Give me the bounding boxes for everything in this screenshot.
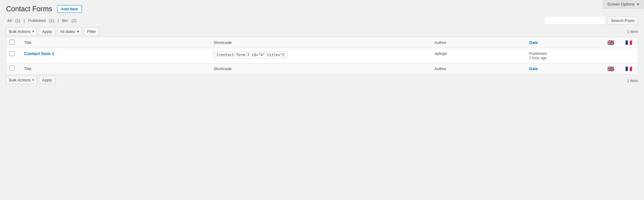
col-header-flag-fr: 🇫🇷 (620, 37, 638, 48)
top-nav-area: All (1) | Published (1) | Bin (2) Search… (6, 16, 638, 25)
date-status: Published (529, 51, 599, 56)
flag-fr-icon: 🇫🇷 (625, 40, 632, 45)
search-area: Search Posts (544, 16, 638, 25)
col-footer-flag-fr: 🇫🇷 (620, 63, 638, 74)
bottom-apply-button[interactable]: Apply (39, 76, 56, 84)
select-all-checkbox-bottom[interactable] (9, 66, 14, 71)
screen-options-button[interactable]: Screen Options ▼ (603, 0, 644, 9)
col-header-date-link[interactable]: Date (529, 40, 538, 45)
flag-fr-footer-icon: 🇫🇷 (625, 66, 632, 71)
posts-table: Title Shortcode Author Date 🇬🇧 🇫🇷 (6, 37, 638, 74)
bulk-actions-arrow-icon: ▾ (32, 30, 34, 34)
search-posts-button[interactable]: Search Posts (608, 16, 638, 25)
col-header-title: Title (21, 37, 210, 48)
col-header-author: Author (431, 37, 526, 48)
screen-options-arrow-icon: ▼ (636, 2, 640, 6)
bulk-actions-dropdown[interactable]: Bulk Actions ▾ (6, 27, 37, 36)
row-flag-en (602, 48, 620, 63)
post-title-link[interactable]: Contact form 1 (24, 51, 54, 56)
col-header-shortcode: Shortcode (210, 37, 431, 48)
filter-button[interactable]: Filter (84, 27, 99, 36)
col-footer-date-link[interactable]: Date (529, 66, 538, 71)
filter-all-link[interactable]: All (1) (6, 18, 23, 23)
date-filter-arrow-icon: ▾ (77, 29, 79, 34)
col-footer-shortcode: Shortcode (210, 63, 431, 74)
flag-uk-icon: 🇬🇧 (607, 40, 614, 45)
screen-options-label: Screen Options (607, 2, 635, 6)
shortcode-value: [contact-form-7 id="4" title="C (214, 51, 287, 59)
page-header: Contact Forms Add New (6, 5, 638, 13)
bottom-bulk-actions-label: Bulk Actions (9, 78, 31, 82)
bottom-item-count: 1 item (627, 78, 638, 83)
bottom-toolbar: Bulk Actions ▾ Apply 1 item (6, 76, 638, 85)
search-input[interactable] (544, 16, 605, 25)
bottom-toolbar-left: Bulk Actions ▾ Apply (6, 76, 55, 84)
filter-links: All (1) | Published (1) | Bin (2) (6, 18, 78, 23)
select-all-checkbox-top[interactable] (9, 40, 14, 45)
page-title: Contact Forms (6, 5, 52, 13)
author-value: syllogic (431, 48, 526, 63)
add-new-button[interactable]: Add New (57, 5, 82, 13)
row-flag-fr (620, 48, 638, 63)
top-item-count: 1 item (627, 27, 638, 36)
col-footer-author: Author (431, 63, 526, 74)
filter-published-link[interactable]: Published (1) (27, 18, 57, 23)
date-filter-label: All dates (60, 29, 75, 34)
date-filter-dropdown[interactable]: All dates ▾ (57, 27, 82, 36)
top-apply-button[interactable]: Apply (39, 27, 56, 36)
col-header-flag-en: 🇬🇧 (602, 37, 620, 48)
bottom-bulk-actions-arrow-icon: ▾ (32, 78, 34, 82)
bottom-bulk-actions-dropdown[interactable]: Bulk Actions ▾ (6, 76, 37, 84)
col-footer-title: Title (21, 63, 210, 74)
col-footer-flag-en: 🇬🇧 (602, 63, 620, 74)
table-row: Contact form 1 [contact-form-7 id="4" ti… (6, 48, 638, 63)
bulk-actions-label: Bulk Actions (9, 29, 31, 34)
filter-bin-link[interactable]: Bin (2) (61, 18, 78, 23)
date-ago: 1 hour ago (529, 56, 599, 60)
top-toolbar: Bulk Actions ▾ Apply All dates ▾ Filter (6, 27, 99, 36)
row-checkbox[interactable] (9, 51, 14, 56)
flag-uk-footer-icon: 🇬🇧 (607, 66, 614, 71)
